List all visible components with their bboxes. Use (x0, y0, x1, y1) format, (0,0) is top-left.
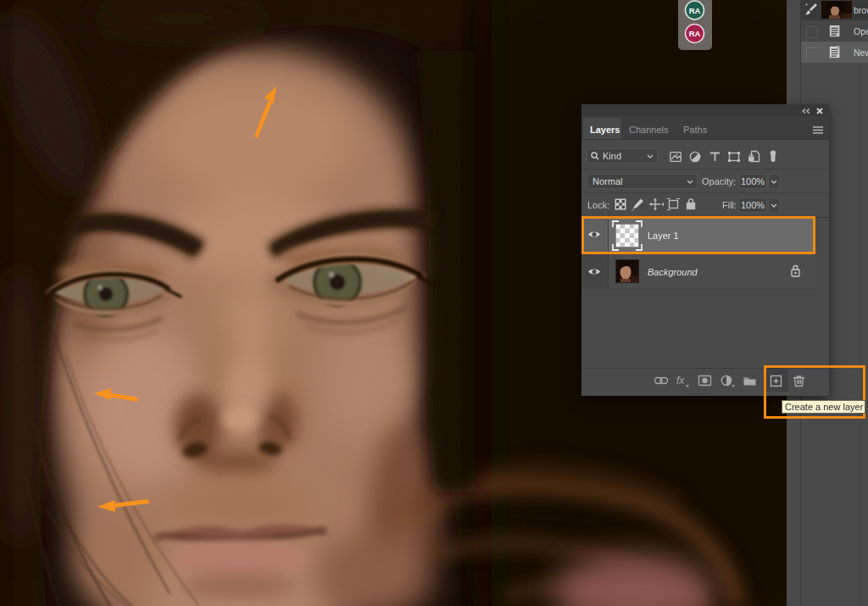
svg-text:fx: fx (676, 375, 685, 386)
svg-text:RA: RA (689, 6, 701, 15)
svg-text:RA: RA (689, 29, 701, 38)
